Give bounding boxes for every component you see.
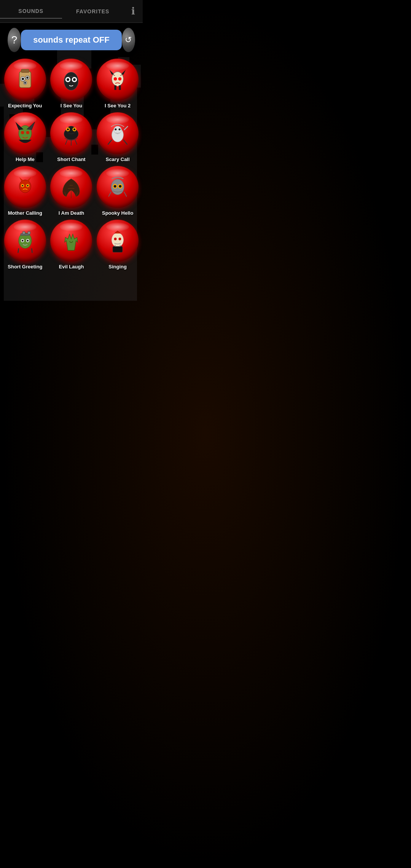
tooltip-box: sounds repeat OFF — [21, 30, 121, 50]
svg-point-54 — [19, 180, 31, 193]
sound-button-spooky-hello[interactable] — [97, 166, 139, 208]
tooltip-banner: sounds repeat OFF — [21, 30, 121, 50]
svg-rect-35 — [115, 85, 116, 90]
sound-item-scary-call[interactable]: Scary Call — [96, 112, 139, 162]
sound-item-help-me[interactable]: Help Me — [4, 112, 46, 162]
svg-rect-73 — [22, 231, 25, 234]
svg-point-22 — [21, 78, 24, 80]
repeat-button[interactable]: ↺ — [122, 28, 135, 52]
help-button[interactable]: ? — [8, 28, 21, 52]
sound-item-singing[interactable]: Singing — [96, 220, 139, 270]
svg-point-31 — [73, 78, 76, 81]
svg-point-80 — [114, 238, 117, 240]
sound-button-expecting-you[interactable] — [4, 59, 46, 101]
sound-button-short-greeting[interactable] — [4, 220, 46, 262]
repeat-icon: ↺ — [125, 35, 132, 45]
sound-label-mother-calling: Mother Calling — [8, 210, 42, 216]
sound-label-scary-call: Scary Call — [106, 156, 130, 162]
svg-point-79 — [112, 233, 124, 247]
sound-label-spooky-hello: Spooky Hello — [102, 210, 133, 216]
sound-button-evil-laugh[interactable] — [50, 220, 92, 262]
svg-point-67 — [114, 185, 116, 188]
sound-button-short-chant[interactable] — [50, 112, 92, 154]
info-button[interactable]: ℹ — [124, 5, 143, 17]
tooltip-text: sounds repeat OFF — [33, 35, 109, 45]
sound-label-short-chant: Short Chant — [57, 156, 85, 162]
svg-point-38 — [21, 131, 24, 134]
sound-button-i-see-you-2[interactable] — [97, 59, 139, 101]
sound-label-i-am-death: I Am Death — [59, 210, 84, 216]
sound-label-i-see-you-2: I See You 2 — [105, 103, 131, 108]
sound-button-singing[interactable] — [97, 220, 139, 262]
svg-rect-20 — [21, 69, 29, 73]
sound-item-i-see-you-2[interactable]: I See You 2 — [96, 59, 139, 108]
svg-line-47 — [75, 140, 77, 145]
sound-button-help-me[interactable] — [4, 112, 46, 154]
sound-label-i-see-you: I See You — [61, 103, 82, 108]
sound-item-short-chant[interactable]: Short Chant — [50, 112, 93, 162]
svg-point-39 — [26, 131, 29, 134]
sound-label-expecting-you: Expecting You — [8, 103, 42, 108]
sound-item-evil-laugh[interactable]: Evil Laugh — [50, 220, 93, 270]
svg-point-33 — [114, 77, 117, 81]
sound-item-i-see-you[interactable]: I See You — [50, 59, 93, 108]
svg-rect-82 — [113, 246, 123, 252]
svg-point-24 — [26, 77, 29, 79]
svg-line-69 — [108, 192, 111, 197]
sound-button-i-am-death[interactable] — [50, 166, 92, 208]
sound-label-singing: Singing — [108, 264, 127, 270]
svg-point-34 — [118, 77, 122, 81]
svg-point-76 — [21, 239, 23, 241]
sound-item-short-greeting[interactable]: Short Greeting — [4, 220, 46, 270]
svg-point-44 — [67, 128, 69, 130]
sound-label-help-me: Help Me — [16, 156, 35, 162]
sound-item-i-am-death[interactable]: I Am Death — [50, 166, 93, 216]
sound-button-mother-calling[interactable] — [4, 166, 46, 208]
svg-point-50 — [114, 126, 121, 134]
svg-point-57 — [22, 185, 23, 186]
sound-item-spooky-hello[interactable]: Spooky Hello — [96, 166, 139, 216]
sounds-grid: Expecting You I See You I See You 2 — [0, 55, 143, 277]
svg-rect-74 — [28, 231, 30, 234]
controls-row: ? sounds repeat OFF ↺ — [0, 23, 143, 55]
header: SOUNDS FAVORITES ℹ — [0, 0, 143, 23]
svg-line-46 — [65, 140, 67, 145]
svg-point-45 — [73, 128, 75, 130]
sound-label-short-greeting: Short Greeting — [8, 264, 42, 270]
svg-point-68 — [119, 185, 122, 188]
sound-button-scary-call[interactable] — [97, 112, 139, 154]
svg-point-32 — [112, 72, 124, 86]
question-icon: ? — [11, 34, 18, 46]
sound-button-i-see-you[interactable] — [50, 59, 92, 101]
svg-point-81 — [119, 238, 121, 240]
svg-point-30 — [67, 78, 70, 81]
svg-point-58 — [27, 185, 29, 186]
sound-label-evil-laugh: Evil Laugh — [59, 264, 84, 270]
svg-point-78 — [27, 239, 29, 241]
svg-point-51 — [115, 128, 117, 130]
svg-point-26 — [24, 82, 26, 84]
svg-rect-36 — [119, 85, 121, 90]
svg-point-52 — [119, 128, 121, 130]
sound-item-mother-calling[interactable]: Mother Calling — [4, 166, 46, 216]
tab-favorites[interactable]: FAVORITES — [62, 5, 124, 18]
svg-line-53 — [124, 126, 128, 130]
svg-line-70 — [124, 192, 127, 197]
tab-sounds[interactable]: SOUNDS — [0, 4, 62, 19]
sound-item-expecting-you[interactable]: Expecting You — [4, 59, 46, 108]
